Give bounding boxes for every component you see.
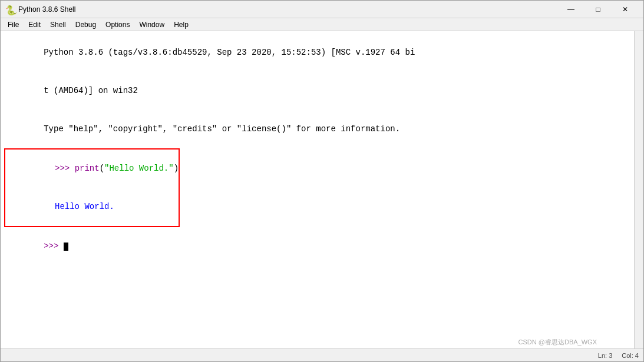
- main-window: 🐍 Python 3.8.6 Shell — □ ✕ File Edit She…: [0, 0, 644, 362]
- watermark: CSDN @睿思达DBA_WGX: [518, 338, 597, 347]
- line-status: Ln: 3: [598, 352, 612, 359]
- menu-help[interactable]: Help: [169, 19, 193, 30]
- header-line-2: t (AMD64)] on win32: [4, 72, 640, 110]
- highlighted-block: >>> print("Hello World.") Hello World.: [4, 148, 180, 227]
- minimize-button[interactable]: —: [557, 1, 584, 18]
- cursor: [64, 243, 68, 251]
- menu-bar: File Edit Shell Debug Options Window Hel…: [1, 18, 643, 31]
- close-button[interactable]: ✕: [612, 1, 639, 18]
- output-line: Hello World.: [5, 188, 179, 226]
- prompt-2: >>>: [44, 241, 64, 251]
- scrollbar[interactable]: [634, 31, 643, 348]
- menu-options[interactable]: Options: [101, 19, 134, 30]
- window-controls: — □ ✕: [557, 1, 639, 18]
- status-bar: CSDN @睿思达DBA_WGX Ln: 3 Col: 4: [1, 348, 643, 361]
- shell-wrapper: Python 3.8.6 (tags/v3.8.6:db45529, Sep 2…: [1, 31, 643, 348]
- maximize-button[interactable]: □: [584, 1, 612, 18]
- menu-shell[interactable]: Shell: [45, 19, 71, 30]
- func-name: print: [75, 164, 100, 173]
- menu-file[interactable]: File: [3, 19, 24, 30]
- window-title: Python 3.8.6 Shell: [18, 5, 557, 14]
- prompt-1: >>>: [55, 164, 75, 173]
- shell-content[interactable]: Python 3.8.6 (tags/v3.8.6:db45529, Sep 2…: [1, 31, 643, 268]
- command-line: >>> print("Hello World."): [5, 150, 179, 188]
- menu-window[interactable]: Window: [134, 19, 169, 30]
- next-prompt-line: >>>: [4, 227, 640, 265]
- col-status: Col: 4: [622, 352, 639, 359]
- title-bar: 🐍 Python 3.8.6 Shell — □ ✕: [1, 1, 643, 18]
- header-line-1: Python 3.8.6 (tags/v3.8.6:db45529, Sep 2…: [4, 34, 640, 72]
- status-right: Ln: 3 Col: 4: [598, 352, 639, 359]
- menu-debug[interactable]: Debug: [71, 19, 101, 30]
- header-line-3: Type "help", "copyright", "credits" or "…: [4, 110, 640, 148]
- python-icon: 🐍: [5, 5, 15, 14]
- menu-edit[interactable]: Edit: [24, 19, 45, 30]
